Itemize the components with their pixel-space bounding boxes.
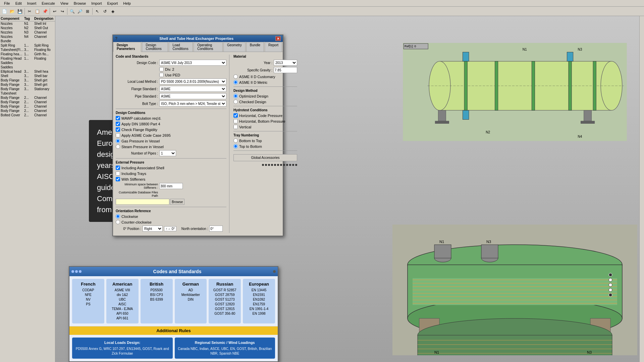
flange-std-select[interactable]: ASME bbox=[159, 86, 226, 92]
mawp-row: MAWP calculation req'd. bbox=[116, 116, 226, 120]
with-stiff-row: With Stiffeners bbox=[116, 177, 226, 181]
top-to-bottom-radio[interactable] bbox=[233, 144, 238, 148]
sg-input[interactable] bbox=[274, 67, 297, 73]
counter-clockwise-radio[interactable] bbox=[116, 220, 120, 224]
clockwise-radio[interactable] bbox=[116, 214, 120, 219]
menu-browse[interactable]: Browse bbox=[71, 1, 89, 5]
div2-label: Div. 2 bbox=[165, 67, 174, 71]
list-item[interactable]: NozzlesN3Channel bbox=[0, 30, 55, 35]
list-item[interactable]: Body Flange2...Channel bbox=[0, 104, 55, 109]
list-item[interactable]: Body Flange2...Channel bbox=[0, 100, 55, 104]
menu-execute[interactable]: Execute bbox=[39, 1, 58, 5]
pipe-std-select[interactable]: ASME bbox=[159, 93, 226, 99]
check-flange-checkbox[interactable] bbox=[116, 127, 120, 132]
optimized-radio[interactable] bbox=[233, 94, 238, 98]
asme-metric-radio[interactable] bbox=[233, 80, 238, 84]
vertical-checkbox[interactable] bbox=[233, 125, 238, 129]
bolt-type-select[interactable]: ISO, Pitch 3 mm when > M24; Tensile stre… bbox=[159, 101, 226, 107]
mawp-checkbox[interactable] bbox=[116, 116, 120, 120]
modal-help-icon[interactable]: ? bbox=[115, 36, 117, 41]
toolbar-open[interactable]: 📂 bbox=[8, 8, 16, 15]
incl-shell-checkbox[interactable] bbox=[116, 166, 120, 170]
list-item[interactable]: Floating head f...1...Girth flo... bbox=[0, 52, 55, 56]
modal-close-button[interactable]: ✕ bbox=[275, 36, 281, 41]
list-item[interactable]: Body Flange2...Channel bbox=[0, 109, 55, 113]
tab-geometry[interactable]: Geometry bbox=[223, 42, 246, 52]
asme-customary-radio[interactable] bbox=[233, 74, 238, 79]
steam-pressure-radio[interactable] bbox=[116, 144, 120, 149]
list-item[interactable]: Bundle bbox=[0, 39, 55, 43]
tab-operating-conditions[interactable]: Operating Conditions bbox=[194, 42, 223, 52]
use-ped-checkbox[interactable] bbox=[159, 73, 164, 77]
div2-checkbox[interactable] bbox=[159, 67, 164, 71]
menu-edit[interactable]: Edit bbox=[13, 1, 24, 5]
menu-import[interactable]: Import bbox=[89, 1, 104, 5]
tab-design-parameters[interactable]: Design Parameters bbox=[113, 42, 141, 52]
toolbar-select[interactable]: ↖ bbox=[94, 8, 101, 15]
with-stiff-checkbox[interactable] bbox=[116, 177, 120, 181]
toolbar-fit[interactable]: ⊞ bbox=[84, 8, 91, 15]
toolbar-undo[interactable]: ↩ bbox=[51, 8, 58, 15]
toolbar-copy[interactable]: 📋 bbox=[34, 8, 41, 15]
position-select[interactable]: Right bbox=[143, 226, 163, 232]
menu-export[interactable]: Export bbox=[105, 1, 121, 5]
list-item[interactable]: Tubesheet bbox=[0, 91, 55, 96]
design-code-select[interactable]: ASME VIII July 2013 bbox=[159, 60, 226, 66]
apply-din-checkbox[interactable] bbox=[116, 122, 120, 126]
list-item[interactable]: Saddles bbox=[0, 65, 55, 69]
tab-load-conditions[interactable]: Load Conditions bbox=[169, 42, 193, 52]
toolbar-redo[interactable]: ↪ bbox=[59, 8, 66, 15]
toolbar-rotate[interactable]: ↺ bbox=[101, 8, 109, 15]
year-select[interactable]: 2013 bbox=[274, 60, 297, 66]
toolbar-zoom-out[interactable]: 🔎 bbox=[76, 8, 84, 15]
list-item[interactable]: NozzlesN1Shell Inl bbox=[0, 21, 55, 26]
checked-radio[interactable] bbox=[233, 100, 238, 104]
apply-asme-checkbox[interactable] bbox=[116, 133, 120, 137]
tab-report[interactable]: Report bbox=[265, 42, 282, 52]
list-item[interactable]: NozzlesN2Shell Out bbox=[0, 26, 55, 30]
list-item[interactable]: NozzlesN4Channel bbox=[0, 35, 55, 39]
code-european-title: European bbox=[244, 282, 274, 287]
tab-design-conditions[interactable]: Design Conditions bbox=[142, 42, 168, 52]
list-item[interactable]: Tubesheet(Flo...3...Floating flo bbox=[0, 48, 55, 52]
toolbar-new[interactable]: 📄 bbox=[1, 8, 8, 15]
horiz-code-checkbox[interactable] bbox=[233, 113, 238, 118]
global-accessories-button[interactable]: Global Accessories bbox=[233, 154, 297, 161]
min-stiff-input[interactable] bbox=[159, 183, 183, 189]
list-item[interactable]: Bolted Cover2...Channel bbox=[0, 113, 55, 117]
list-item[interactable]: Body Flange3...Shell girt bbox=[0, 82, 55, 87]
horiz-bottom-checkbox[interactable] bbox=[233, 119, 238, 123]
local-load-select[interactable]: PD 5500 2006 G.2.8:01-2009(Nozzles) bbox=[159, 78, 226, 84]
list-item[interactable]: Split Ring1...Split Ring bbox=[0, 43, 55, 48]
steam-pressure-label: Steam Pressure in Vessel bbox=[121, 145, 164, 149]
list-item[interactable]: Floating Head1...Floating bbox=[0, 56, 55, 61]
toolbar-3d[interactable]: ◈ bbox=[109, 8, 116, 15]
toolbar-save[interactable]: 💾 bbox=[16, 8, 23, 15]
north-input[interactable] bbox=[209, 226, 223, 232]
gas-pressure-radio[interactable] bbox=[116, 139, 120, 143]
num-pipes-select[interactable]: 1 bbox=[159, 150, 176, 156]
row-designation bbox=[34, 61, 55, 65]
menu-file[interactable]: File bbox=[1, 1, 13, 5]
toolbar-paste[interactable]: 📌 bbox=[41, 8, 49, 15]
list-item[interactable]: Saddles bbox=[0, 61, 55, 65]
tab-bundle[interactable]: Bundle bbox=[246, 42, 264, 52]
menu-view[interactable]: View bbox=[58, 1, 71, 5]
list-item[interactable]: Shell3...Shell bar bbox=[0, 74, 55, 78]
list-item[interactable]: Body Flange2...Channel bbox=[0, 96, 55, 100]
list-item[interactable]: Body Flange3...Shell girt bbox=[0, 78, 55, 82]
row-tag: 1... bbox=[24, 57, 34, 60]
menu-help[interactable]: Help bbox=[120, 1, 133, 5]
row-designation: Stationary bbox=[34, 87, 55, 91]
toolbar-zoom-in[interactable]: 🔍 bbox=[68, 8, 76, 15]
incl-trays-checkbox[interactable] bbox=[116, 171, 120, 176]
db-path-input[interactable] bbox=[116, 199, 169, 205]
list-item[interactable]: Body Flange3...Stationary bbox=[0, 87, 55, 91]
list-item[interactable]: Elliptical head3...Shell hea bbox=[0, 69, 55, 74]
bottom-to-top-radio[interactable] bbox=[233, 138, 238, 143]
code-russian-title: Russian bbox=[210, 282, 239, 287]
browse-button[interactable]: Browse bbox=[170, 199, 184, 205]
min-stiff-label: Minimum space between Stiffeners : bbox=[116, 183, 159, 189]
menu-insert[interactable]: Insert bbox=[24, 1, 39, 5]
toolbar-cut[interactable]: ✂ bbox=[26, 8, 33, 15]
